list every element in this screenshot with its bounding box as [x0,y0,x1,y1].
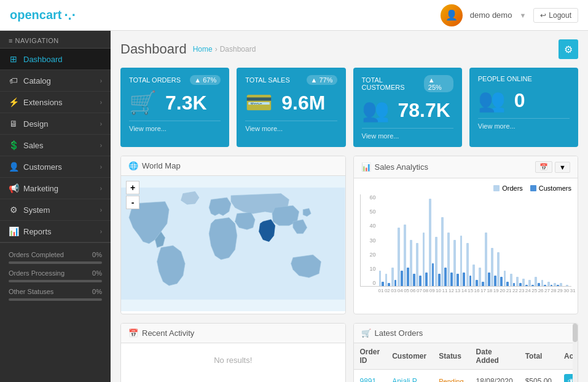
marketing-icon: 📢 [9,183,18,193]
x-label: 29 [557,288,563,293]
zoom-out-button[interactable]: - [126,196,139,209]
customers-icon: 👥 [362,97,390,123]
calendar-button[interactable]: 📅 [535,161,552,173]
logout-button[interactable]: ↩ Logout [533,8,578,23]
sidebar-item-design[interactable]: 🖥 Design › [0,113,111,135]
bar-group [398,228,403,286]
header-right: 👤 demo demo ▼ ↩ Logout [441,4,578,26]
stat-label: Orders Processing [9,269,65,277]
stat-value: 0% [92,251,102,258]
sidebar-item-dashboard[interactable]: ⊞ Dashboard [0,49,111,70]
order-status: Pending [433,370,469,383]
bar-customers [538,283,540,286]
logout-icon: ↩ [540,11,546,20]
x-label: 15 [468,288,473,293]
bar-group [416,243,421,286]
x-label: 22 [512,288,518,293]
latest-orders-body: Order ID Customer Status Date Added Tota… [354,343,578,382]
scrollbar-thumb[interactable] [573,324,578,342]
legend-orders: Orders [493,185,523,192]
stat-value: 0% [92,269,102,277]
bar-group [453,240,459,286]
stat-label: Orders Completed [9,251,64,258]
zoom-in-button[interactable]: + [126,181,139,194]
sidebar-item-marketing[interactable]: 📢 Marketing › [0,178,111,199]
bar-group [423,233,428,287]
logo-icon: ·.· [64,7,75,23]
sidebar-item-label: Marketing [23,184,58,193]
sidebar-item-system[interactable]: ⚙ System › [0,199,111,221]
bar-customers [557,285,559,287]
dropdown-button[interactable]: ▼ [555,162,570,173]
bar-customers [382,282,384,287]
bar-customers [438,274,441,286]
breadcrumb-home[interactable]: Home [193,45,213,54]
stat-card-total-sales: TOTAL SALES ▲ 77% 💳 9.6M View more... [237,68,345,147]
bar-group [479,268,484,286]
chevron-right-icon: › [100,164,102,170]
bar-group [435,237,441,286]
x-label: 24 [525,288,531,293]
bar-customers [388,283,390,286]
sidebar-item-sales[interactable]: 💲 Sales › [0,135,111,156]
bar-group [547,282,553,287]
chart-bars-container: 0102030405060 [360,194,572,287]
breadcrumb-current: Dashboard [220,45,256,54]
customer-name[interactable]: Anjali P [386,370,433,383]
customers-icon: 👤 [9,162,18,172]
bar-customers [476,280,478,286]
order-total: $505.00 [519,370,558,383]
chevron-down-icon: ▼ [519,12,526,19]
bar-customers [506,282,509,287]
scrollbar-track [573,324,578,382]
card-link[interactable]: View more... [478,118,570,130]
bar-customers [463,273,465,287]
bar-group [566,285,571,287]
sidebar-item-reports[interactable]: 📊 Reports › [0,221,111,242]
x-label: 31 [570,288,576,293]
x-label: 18 [487,288,492,293]
x-label: 02 [385,288,390,293]
col-date-added: Date Added [470,343,519,370]
bar-group [491,248,496,287]
sidebar-item-label: Sales [23,141,44,150]
bar-customers [394,280,397,286]
x-label: 26 [538,288,544,293]
x-label: 01 [378,288,384,293]
bar-group [485,233,490,287]
bar-orders [497,252,500,286]
bar-group [466,243,472,286]
card-link[interactable]: View more... [362,128,453,140]
x-label: 17 [480,288,486,293]
bar-customers [457,274,459,286]
order-id[interactable]: 9891 [354,370,386,383]
sidebar-item-label: Customers [23,162,62,172]
bar-group [460,236,466,287]
sidebar-item-extensions[interactable]: ⚡ Extensions › [0,92,111,113]
legend-orders-label: Orders [502,185,523,192]
bar-group [410,240,415,286]
design-icon: 🖥 [9,119,18,129]
table-row: 9891 Anjali P Pending 18/08/2020 $505.00… [354,370,579,383]
bar-orders [435,237,437,286]
bar-orders [554,283,556,286]
bar-orders [566,285,568,287]
card-badge: ▲ 25% [424,75,453,92]
no-results-text: No results! [121,343,345,377]
bar-customers [494,276,496,287]
extensions-icon: ⚡ [9,97,18,107]
card-link[interactable]: View more... [245,121,337,132]
x-axis: 0102030405060708091011121314151617181920… [360,288,572,293]
sales-analytics-panel: 📊 Sales Analytics 📅 ▼ Orders [353,156,579,314]
bar-orders [472,265,475,286]
avatar: 👤 [441,4,463,26]
sidebar-item-label: Design [23,119,48,129]
orders-icon: 🛒 [361,328,371,338]
card-value: 0 [514,89,525,112]
card-link[interactable]: View more... [129,121,221,132]
bar-group [560,283,565,286]
settings-button[interactable]: ⚙ [559,39,578,59]
sidebar-item-catalog[interactable]: 🏷 Catalog › [0,70,111,92]
sidebar-item-customers[interactable]: 👤 Customers › [0,156,111,178]
bar-customers [413,274,415,286]
